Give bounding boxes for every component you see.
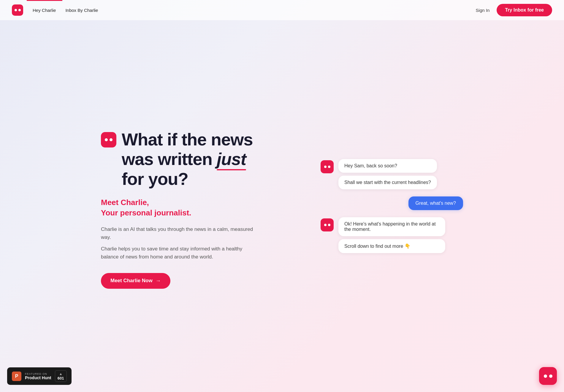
logo-eyes xyxy=(15,9,21,11)
product-hunt-count-box: ▲ 601 xyxy=(55,370,67,382)
navbar: Hey Charlie Inbox By Charlie Sign In Try… xyxy=(0,0,564,20)
chat-eye-left-1 xyxy=(324,166,327,168)
logo-eye-left xyxy=(15,9,17,11)
product-hunt-arrow-icon: ▲ xyxy=(59,372,63,376)
charlie-avatar-hero xyxy=(101,132,116,147)
chat-group-2: Ok! Here's what's happening in the world… xyxy=(321,217,463,253)
try-inbox-button[interactable]: Try Inbox for free xyxy=(497,4,552,16)
charlie-chat-avatar-2 xyxy=(321,218,334,231)
hero-title: What if the news was written just for yo… xyxy=(122,130,253,189)
hero-subtitle-line1: Meet Charlie, xyxy=(101,197,285,208)
avatar-eye-left xyxy=(105,138,108,141)
hero-title-line1: What if the news xyxy=(122,130,253,149)
charlie-float-eye-right xyxy=(549,374,552,378)
product-hunt-name: Product Hunt xyxy=(25,375,51,380)
user-response-row: Great, what's new? xyxy=(321,196,463,210)
hero-subtitle-line2: Your personal journalist. xyxy=(101,208,285,218)
sign-in-button[interactable]: Sign In xyxy=(476,8,490,13)
logo-icon[interactable] xyxy=(12,4,23,16)
user-chat-bubble: Great, what's new? xyxy=(408,196,463,210)
product-hunt-logo: P xyxy=(12,372,21,381)
meet-charlie-label: Meet Charlie Now xyxy=(110,278,153,284)
hero-desc-2: Charlie helps you to save time and stay … xyxy=(101,245,255,261)
product-hunt-badge[interactable]: P FEATURED ON Product Hunt ▲ 601 xyxy=(7,367,72,385)
charlie-float-button[interactable] xyxy=(539,367,557,385)
chat-eye-right-1 xyxy=(328,166,330,168)
chat-bubbles-1: Hey Sam, back so soon? Shall we start wi… xyxy=(338,159,437,189)
chat-eye-right-2 xyxy=(328,224,330,226)
nav-hey-charlie[interactable]: Hey Charlie xyxy=(33,8,56,13)
chat-bubble-1-2: Shall we start with the current headline… xyxy=(338,176,437,189)
meet-charlie-button[interactable]: Meet Charlie Now → xyxy=(101,273,170,289)
hero-right-chat: Hey Sam, back so soon? Shall we start wi… xyxy=(321,159,463,253)
hero-title-line3: for you? xyxy=(122,169,188,188)
navbar-right: Sign In Try Inbox for free xyxy=(476,4,552,16)
hero-section: What if the news was written just for yo… xyxy=(0,20,564,392)
chat-avatar-eyes-2 xyxy=(324,224,330,226)
hero-desc-1: Charlie is an AI that talks you through … xyxy=(101,225,255,241)
charlie-float-eye-left xyxy=(544,374,547,378)
product-hunt-text: FEATURED ON Product Hunt xyxy=(25,372,51,380)
arrow-icon: → xyxy=(156,278,161,284)
charlie-float-eyes xyxy=(544,374,552,378)
chat-bubble-1-1: Hey Sam, back so soon? xyxy=(338,159,437,173)
chat-bubbles-2: Ok! Here's what's happening in the world… xyxy=(338,217,445,253)
avatar-eye-right xyxy=(110,138,113,141)
chat-bubble-2-1: Ok! Here's what's happening in the world… xyxy=(338,217,445,236)
hero-title-line2: was written xyxy=(122,149,217,169)
product-hunt-count: 601 xyxy=(58,376,64,380)
chat-eye-left-2 xyxy=(324,224,327,226)
hero-heading-wrapper: What if the news was written just for yo… xyxy=(101,130,285,189)
product-hunt-featured-label: FEATURED ON xyxy=(25,372,51,375)
charlie-chat-avatar-1 xyxy=(321,160,334,173)
navbar-left: Hey Charlie Inbox By Charlie xyxy=(12,4,98,16)
chat-group-1: Hey Sam, back so soon? Shall we start wi… xyxy=(321,159,463,189)
progress-bar xyxy=(27,0,62,1)
chat-avatar-eyes-1 xyxy=(324,166,330,168)
hero-subtitle: Meet Charlie, Your personal journalist. xyxy=(101,197,285,218)
nav-inbox-by-charlie[interactable]: Inbox By Charlie xyxy=(65,8,98,13)
avatar-eyes xyxy=(105,138,113,141)
hero-title-italic: just xyxy=(217,149,246,169)
logo-eye-right xyxy=(18,9,21,11)
hero-left: What if the news was written just for yo… xyxy=(101,124,285,289)
chat-bubble-2-2: Scroll down to find out more 👇 xyxy=(338,239,445,253)
